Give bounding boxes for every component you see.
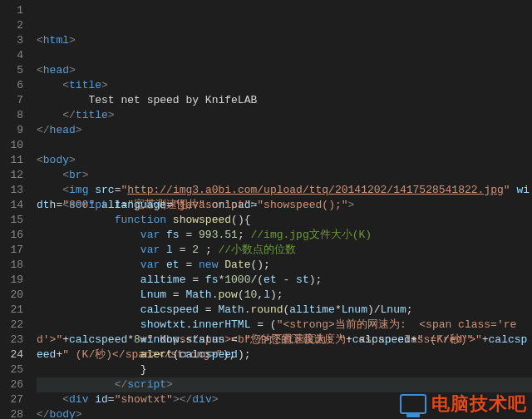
code-line[interactable]: function showspeed(){ bbox=[37, 213, 532, 228]
line-number: 26 bbox=[7, 377, 23, 392]
line-number: 20 bbox=[7, 288, 23, 303]
line-number: 10 bbox=[7, 138, 23, 153]
code-line[interactable]: <head> bbox=[37, 63, 532, 78]
line-number: 16 bbox=[7, 228, 23, 243]
code-line[interactable] bbox=[37, 138, 532, 153]
code-line[interactable]: <br> bbox=[37, 168, 532, 183]
line-number: 5 bbox=[7, 63, 23, 78]
code-line[interactable]: <html> bbox=[37, 33, 532, 48]
code-line[interactable] bbox=[37, 48, 532, 63]
line-number: 27 bbox=[7, 392, 23, 407]
code-line[interactable]: showtxt.innerHTML = ("<strong>当前的网速为: <s… bbox=[37, 318, 532, 333]
line-number-gutter: 1234567891011121314151617181920212223242… bbox=[0, 0, 33, 419]
line-number: 25 bbox=[7, 362, 23, 377]
code-line[interactable]: } bbox=[37, 362, 532, 377]
code-line[interactable]: </script> bbox=[37, 377, 532, 392]
line-number: 18 bbox=[7, 258, 23, 273]
code-line[interactable]: <title> bbox=[37, 78, 532, 93]
code-line[interactable]: var l = 2 ; //小数点的位数 bbox=[37, 243, 532, 258]
line-number: 14 bbox=[7, 198, 23, 213]
code-line[interactable]: var fs = 993.51; //img.jpg文件大小(K) bbox=[37, 228, 532, 243]
line-number: 4 bbox=[7, 48, 23, 63]
line-number: 28 bbox=[7, 407, 23, 419]
line-number: 22 bbox=[7, 318, 23, 333]
code-line[interactable]: Lnum = Math.pow(10,l); bbox=[37, 288, 532, 303]
line-number: 8 bbox=[7, 108, 23, 123]
code-line[interactable]: <body> bbox=[37, 153, 532, 168]
code-line[interactable]: <div id="showtxt"></div> bbox=[37, 392, 532, 407]
code-line[interactable]: </head> bbox=[37, 123, 532, 138]
line-number: 9 bbox=[7, 123, 23, 138]
code-area[interactable]: <html><head> <title> Test net speed by K… bbox=[33, 0, 532, 419]
line-number: 2 bbox=[7, 18, 23, 33]
line-number: 12 bbox=[7, 168, 23, 183]
code-line[interactable]: alert(calcspeed); bbox=[37, 348, 532, 362]
code-line[interactable]: calcspeed = Math.round(alltime*Lnum)/Lnu… bbox=[37, 303, 532, 318]
line-number: 11 bbox=[7, 153, 23, 168]
line-number: 13 bbox=[7, 183, 23, 198]
line-number: 15 bbox=[7, 213, 23, 228]
code-line[interactable]: var et = new Date(); bbox=[37, 258, 532, 273]
line-number: 3 bbox=[7, 33, 23, 48]
code-line[interactable]: alltime = fs*1000/(et - st); bbox=[37, 273, 532, 288]
code-line[interactable]: </title> bbox=[37, 108, 532, 123]
code-editor[interactable]: 1234567891011121314151617181920212223242… bbox=[0, 0, 532, 419]
line-number: 7 bbox=[7, 93, 23, 108]
line-number: 19 bbox=[7, 273, 23, 288]
line-number: 17 bbox=[7, 243, 23, 258]
line-number: 23 bbox=[7, 333, 23, 348]
line-number: 21 bbox=[7, 303, 23, 318]
code-line[interactable]: </body> bbox=[37, 407, 532, 419]
line-number: 6 bbox=[7, 78, 23, 93]
line-number: 24 bbox=[7, 348, 23, 362]
code-line[interactable]: window.status = "您的下载速度为: "+calcspeed+" … bbox=[37, 333, 532, 348]
code-line[interactable]: <img src="http://img3.a0bi.com/upload/tt… bbox=[37, 183, 532, 198]
line-number: 1 bbox=[7, 3, 23, 18]
code-line[interactable]: Test net speed by KnifeLAB bbox=[37, 93, 532, 108]
